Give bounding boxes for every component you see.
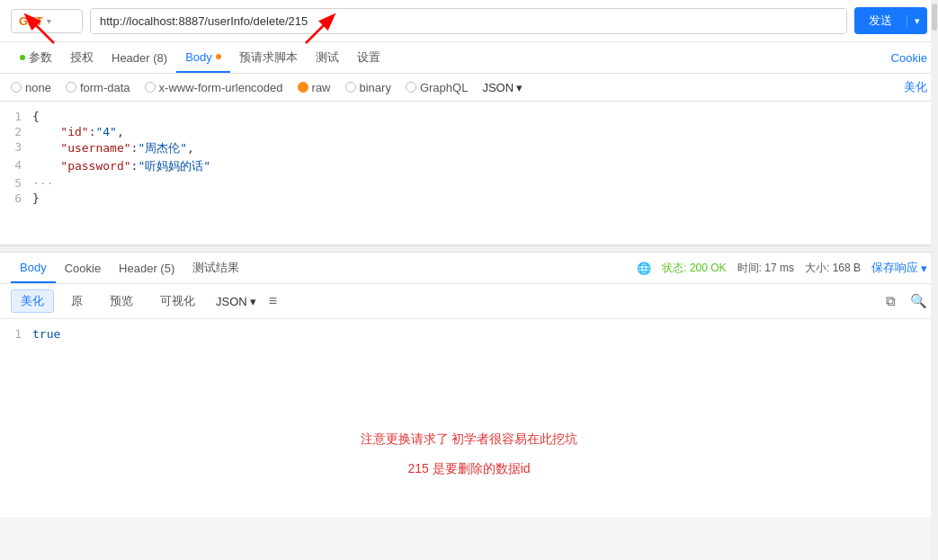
resp-tab-header-label: Header (5) — [119, 262, 174, 275]
bodytype-graphql[interactable]: GraphQL — [406, 81, 468, 94]
format-raw-label: 原 — [71, 294, 83, 307]
note-line-1: 注意更换请求了 初学者很容易在此挖坑 — [361, 428, 578, 450]
method-label: GET — [19, 14, 43, 28]
format-raw[interactable]: 原 — [61, 289, 93, 313]
tab-settings-label: 设置 — [357, 49, 380, 66]
resp-json-dropdown[interactable]: JSON ▾ — [216, 295, 256, 308]
tab-params[interactable]: 参数 — [11, 42, 61, 73]
format-visualize[interactable]: 可视化 — [150, 289, 205, 313]
beautify-button[interactable]: 美化 — [904, 79, 927, 95]
resp-status-bar: 🌐 状态: 200 OK 时间: 17 ms 大小: 168 B 保存响应 ▾ — [248, 260, 927, 276]
resp-body: 1 true — [0, 319, 938, 391]
resp-tab-body[interactable]: Body — [11, 253, 56, 283]
send-button-label: 发送 — [854, 13, 907, 29]
tab-body[interactable]: Body — [176, 43, 230, 73]
json-val-password: "听妈妈的话" — [138, 159, 210, 173]
section-divider — [0, 245, 938, 253]
json-dropdown-arrow: ▾ — [516, 81, 523, 94]
tab-body-label: Body — [185, 50, 212, 64]
line-content-6: } — [32, 191, 938, 205]
url-input[interactable] — [91, 9, 846, 33]
params-dot — [20, 55, 25, 60]
line-num-3: 3 — [0, 140, 32, 154]
line-content-5: ··· — [32, 176, 938, 190]
format-beautify-label: 美化 — [21, 294, 44, 307]
bodytype-none-label: none — [25, 81, 51, 94]
code-line-6: 6 } — [0, 191, 938, 206]
tab-test[interactable]: 测试 — [307, 42, 348, 73]
cookie-link[interactable]: Cookie — [891, 51, 927, 65]
method-dropdown-arrow: ▾ — [47, 16, 51, 26]
json-label: JSON — [482, 81, 514, 94]
bodytype-formdata[interactable]: form-data — [66, 81, 130, 94]
resp-tab-header[interactable]: Header (5) — [110, 254, 183, 282]
bodytype-urlencoded[interactable]: x-www-form-urlencoded — [145, 81, 283, 94]
bodytype-binary[interactable]: binary — [345, 81, 391, 94]
code-editor-wrap: 1 { 2 "id":"4", 3 "username":"周杰伦", 4 "p… — [0, 102, 938, 245]
resp-scrollbar[interactable] — [931, 0, 938, 517]
resp-tab-testresult[interactable]: 测试结果 — [183, 253, 248, 283]
format-beautify[interactable]: 美化 — [11, 289, 54, 313]
code-line-5: 5 ··· — [0, 175, 938, 191]
line-content-4: "password":"听妈妈的话" — [32, 158, 938, 174]
resp-line-1: 1 true — [0, 326, 938, 342]
code-line-3: 3 "username":"周杰伦", — [0, 139, 938, 157]
save-response-button[interactable]: 保存响应 ▾ — [871, 260, 927, 276]
resp-tab-cookie-label: Cookie — [65, 262, 101, 275]
body-dot — [216, 54, 221, 59]
resp-tab-testresult-label: 测试结果 — [192, 261, 239, 274]
line-content-1: { — [32, 110, 938, 123]
note-area: 注意更换请求了 初学者很容易在此挖坑 215 是要删除的数据id — [0, 391, 938, 517]
json-val-username: "周杰伦" — [138, 141, 187, 155]
send-button[interactable]: 发送 ▾ — [854, 7, 927, 34]
top-bar: GET ▾ 发送 ▾ — [0, 0, 938, 42]
bodytype-raw[interactable]: raw — [298, 81, 331, 94]
note-line-2: 215 是要删除的数据id — [407, 458, 530, 480]
line-num-4: 4 — [0, 158, 32, 172]
resp-json-label: JSON — [216, 295, 247, 308]
time-text: 时间: 17 ms — [737, 261, 794, 276]
save-response-arrow: ▾ — [921, 262, 927, 275]
resp-tab-cookie[interactable]: Cookie — [56, 254, 110, 282]
json-key-password: "password" — [60, 159, 130, 173]
response-tabs-row: Body Cookie Header (5) 测试结果 🌐 状态: 200 OK… — [0, 253, 938, 284]
format-visualize-label: 可视化 — [160, 294, 195, 307]
save-response-label: 保存响应 — [871, 260, 918, 276]
request-tabs-row: 参数 授权 Header (8) Body 预请求脚本 测试 设置 Cookie — [0, 42, 938, 74]
json-key-username: "username" — [60, 141, 130, 155]
line-content-3: "username":"周杰伦", — [32, 140, 938, 156]
code-line-4: 4 "password":"听妈妈的话" — [0, 157, 938, 175]
bodytype-binary-label: binary — [360, 81, 391, 94]
radio-graphql — [406, 82, 416, 93]
copy-icon[interactable]: ⧉ — [886, 293, 896, 309]
line-content-2: "id":"4", — [32, 125, 938, 138]
filter-icon[interactable]: ≡ — [269, 293, 277, 309]
resp-tab-body-label: Body — [20, 261, 47, 274]
status-text: 状态: 200 OK — [662, 261, 726, 276]
resp-line-num-1: 1 — [0, 327, 32, 341]
tab-prerequest[interactable]: 预请求脚本 — [230, 42, 307, 73]
radio-formdata — [66, 82, 76, 93]
code-line-1: 1 { — [0, 109, 938, 124]
bodytype-graphql-label: GraphQL — [420, 81, 468, 94]
line-num-5: 5 — [0, 176, 32, 190]
radio-binary — [345, 82, 356, 93]
code-editor[interactable]: 1 { 2 "id":"4", 3 "username":"周杰伦", 4 "p… — [0, 102, 938, 245]
search-icon[interactable]: 🔍 — [910, 293, 927, 309]
tab-settings[interactable]: 设置 — [348, 42, 389, 73]
json-val-id: "4" — [95, 125, 116, 138]
bodytype-urlencoded-label: x-www-form-urlencoded — [159, 81, 283, 94]
format-preview[interactable]: 预览 — [100, 289, 143, 313]
bodytype-formdata-label: form-data — [80, 81, 130, 94]
bodytype-none[interactable]: none — [11, 81, 51, 94]
size-text: 大小: 168 B — [805, 261, 861, 276]
json-key-id: "id" — [60, 125, 88, 138]
tab-header[interactable]: Header (8) — [103, 44, 176, 72]
radio-raw — [298, 82, 308, 93]
json-type-dropdown[interactable]: JSON ▾ — [482, 81, 523, 94]
tab-test-label: 测试 — [316, 49, 339, 66]
method-select[interactable]: GET ▾ — [11, 9, 83, 33]
tab-params-label: 参数 — [29, 49, 52, 66]
url-input-wrap — [90, 8, 847, 34]
tab-auth[interactable]: 授权 — [61, 42, 103, 73]
